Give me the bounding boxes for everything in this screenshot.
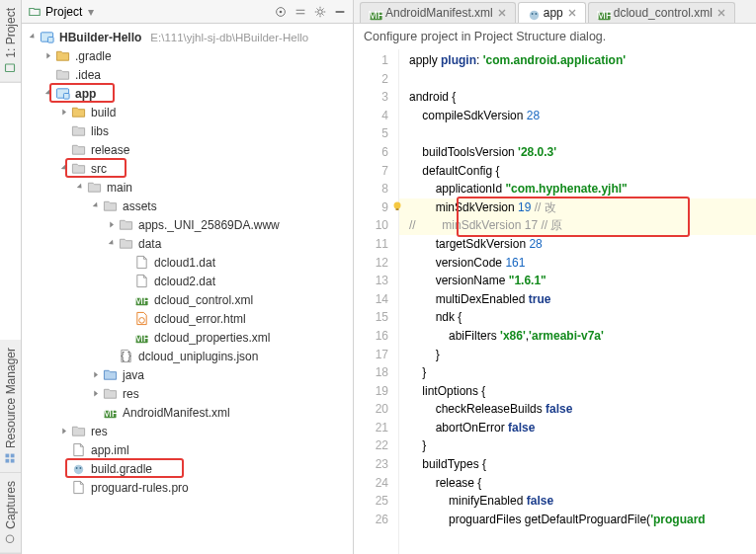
xml-icon: MF [134,292,149,307]
svg-text:MF: MF [597,8,612,20]
tree-item[interactable]: MFdcloud_properties.xml [26,328,353,347]
svg-rect-0 [6,64,15,72]
chevron-down-icon: ▾ [88,5,94,19]
tree-item[interactable]: build.gradle [26,459,353,478]
tree-item[interactable]: dcloud2.dat [26,272,353,290]
tree-label: main [105,181,134,195]
file-icon [134,255,149,270]
svg-point-22 [74,465,83,474]
editor-tabs: MFAndroidManifest.xmlappMFdcloud_control… [354,0,756,24]
tool-window-strip: 1: Project Resource Manager Captures [0,0,22,554]
svg-rect-3 [11,454,15,458]
tree-label: dcloud_error.html [152,312,248,326]
svg-rect-1 [11,459,15,463]
xml-icon: MF [103,405,118,420]
gradle-icon [527,7,540,20]
dir-gray-icon [103,198,118,213]
tree-label: proguard-rules.pro [89,481,191,495]
expand-icon[interactable] [294,5,307,19]
target-icon[interactable] [274,5,288,19]
dir-gray-icon [119,236,133,251]
tree-label: assets [121,199,159,213]
tree-item[interactable]: MFdcloud_control.xml [26,290,353,309]
editor-tab[interactable]: MFAndroidManifest.xml [360,2,516,23]
dir-gray-icon [71,424,86,438]
close-icon[interactable] [567,8,577,18]
svg-rect-2 [6,459,10,463]
minimize-icon[interactable] [333,5,347,19]
svg-point-29 [535,13,537,15]
gear-icon[interactable] [313,5,327,19]
tree-item[interactable]: src [26,159,353,178]
tree-label: libs [89,124,111,138]
tree-item[interactable]: release [26,140,353,159]
tree-label: res [121,387,141,401]
tree-label: dcloud_uniplugins.json [136,350,260,363]
tree-item[interactable]: res [26,422,353,440]
tree-item[interactable]: java [26,365,353,384]
tree-item[interactable]: HBuilder-HelloE:\111\yjhl-sj-db\HBuilder… [26,28,353,46]
dir-blue-icon [103,367,118,382]
bulb-icon[interactable] [391,200,403,212]
code-editor[interactable]: 1234567891011121314151617181920212223242… [354,49,756,554]
tree-item[interactable]: libs [26,121,353,140]
svg-point-27 [530,10,539,19]
tree-item[interactable]: apps._UNI_25869DA.www [26,215,353,234]
dir-icon [71,105,86,119]
dir-gray-icon [55,67,70,82]
tree-label: dcloud2.dat [152,275,217,288]
dir-gray-icon [119,217,133,232]
sidebar-tab-project[interactable]: 1: Project [0,0,21,83]
tree-item[interactable]: build [26,103,353,121]
svg-point-32 [394,201,401,208]
close-icon[interactable] [497,8,507,18]
configure-hint[interactable]: Configure project in Project Structure d… [354,24,756,49]
tree-label: res [89,425,110,438]
project-view-selector[interactable]: Project ▾ [28,5,274,19]
sidebar-tab-resource-manager[interactable]: Resource Manager [0,340,21,473]
svg-rect-11 [47,38,53,43]
tree-item[interactable]: assets [26,197,353,215]
tree-label: HBuilder-Hello [57,31,143,44]
gradle-icon [71,461,86,476]
tree-item[interactable]: MFAndroidManifest.xml [26,403,353,422]
tree-item[interactable]: main [26,178,353,197]
tree-item[interactable]: proguard-rules.pro [26,478,353,497]
dir-gray-icon [71,161,86,176]
svg-text:MF: MF [369,8,383,20]
dir-gray-icon [87,180,102,195]
tree-label: dcloud1.dat [152,256,217,270]
file-icon [134,274,149,288]
dir-gray-icon [71,123,86,138]
file-icon [71,480,86,495]
tree-item[interactable]: dcloud1.dat [26,253,353,272]
tree-item[interactable]: dcloud_error.html [26,309,353,328]
xml-icon: MF [134,330,149,345]
tree-label: app.iml [89,443,131,457]
tree-item[interactable]: app [26,84,353,103]
tree-label: java [121,368,146,382]
close-icon[interactable] [716,8,726,18]
svg-point-5 [7,535,15,543]
svg-rect-4 [6,454,10,458]
svg-point-8 [318,9,322,13]
tree-label: build.gradle [89,462,154,476]
tree-item[interactable]: .idea [26,65,353,84]
tree-item[interactable]: data [26,234,353,253]
project-icon [28,5,42,19]
editor-tab[interactable]: MFdcloud_control.xml [588,2,735,23]
tree-label: build [89,106,118,119]
tree-item[interactable]: res [26,384,353,403]
sidebar-tab-captures[interactable]: Captures [0,473,21,554]
captures-icon [5,533,17,545]
tree-item[interactable]: app.iml [26,440,353,459]
dir-gray-icon [71,142,86,157]
dir-gray-icon [103,386,118,401]
html-icon [134,311,149,326]
tree-item[interactable]: .gradle [26,46,353,65]
module-icon [40,30,54,44]
editor-tab[interactable]: app [518,2,586,23]
tree-item[interactable]: { }dcloud_uniplugins.json [26,347,353,365]
project-tree[interactable]: HBuilder-HelloE:\111\yjhl-sj-db\HBuilder… [22,24,353,554]
xml-icon: MF [597,7,610,20]
